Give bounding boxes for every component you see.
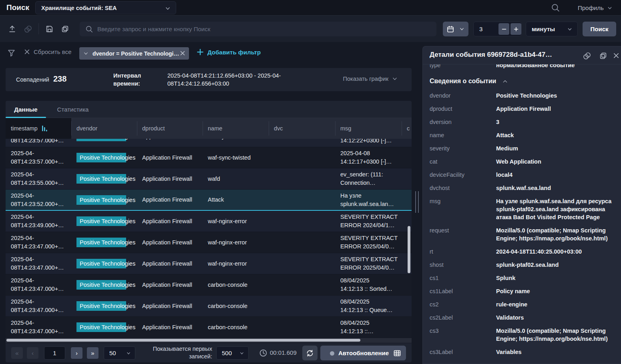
- detail-field: catWeb Application: [423, 158, 621, 166]
- chevron-down-icon: [566, 26, 573, 33]
- field-value: Mozilla/5.0 (compatible; Nmap Scripting …: [496, 226, 613, 242]
- export-icon[interactable]: [8, 25, 16, 33]
- page-title: Поиск: [6, 3, 29, 12]
- table-row[interactable]: 2025-04-08T14:23:47.000+…Positive Techno…: [6, 274, 412, 296]
- event-info-section-header[interactable]: Сведения о событии: [430, 78, 621, 85]
- vendor-badge: Positive Technologies: [76, 153, 126, 162]
- cell-msg: 2025-04-0814:12:17+0300 [-]…: [335, 147, 402, 168]
- copy-query-icon[interactable]: [61, 25, 69, 33]
- table-header: timestampdvendordproductnamedvcmsgc: [6, 118, 412, 139]
- field-value: Positive Technologies: [496, 92, 613, 100]
- search-icon: [85, 25, 93, 33]
- column-header-timestamp[interactable]: timestamp: [6, 118, 71, 139]
- event-details-panel: Детали события 6969728d-a1b4-47… type но…: [422, 46, 621, 364]
- event-storage-select[interactable]: Хранилище событий: SEA: [35, 1, 176, 14]
- refresh-button[interactable]: [302, 346, 318, 360]
- reset-all-filters[interactable]: Сбросить все: [24, 48, 71, 55]
- column-header-dproduct[interactable]: dproduct: [137, 118, 203, 139]
- panel-resize-handle[interactable]: [415, 191, 419, 213]
- cell-name: carbon-console: [203, 317, 269, 338]
- show-chart-label: Показать график: [343, 76, 388, 82]
- vendor-badge: Positive Technologies: [76, 280, 126, 290]
- page-number-input[interactable]: [44, 346, 65, 360]
- elapsed-time: 00:01.609: [270, 349, 297, 356]
- last-page-button[interactable]: »: [87, 347, 98, 359]
- add-filter-button[interactable]: Добавить фильтр: [197, 48, 261, 56]
- detail-field: rt2024-04-18T11:40:25.000+03:00: [423, 248, 621, 256]
- cell-msg: 08/04/202514:12:13 :: Sorted…: [335, 274, 402, 295]
- increment-button[interactable]: [510, 23, 521, 35]
- column-header-name[interactable]: name: [203, 118, 269, 139]
- cell-dvc: [269, 274, 335, 295]
- tab-data[interactable]: Данные: [6, 101, 46, 118]
- field-value: Medium: [496, 144, 613, 152]
- table-row[interactable]: 2025-04-08T14:23:47.000+…Positive Techno…: [6, 253, 412, 274]
- copy-details-icon[interactable]: [599, 52, 607, 60]
- interval-unit-select[interactable]: минуты: [526, 22, 578, 36]
- clock-icon: [259, 349, 267, 357]
- table-row[interactable]: 2025-04-08T14:23:55.000+…Positive Techno…: [6, 168, 412, 190]
- first-page-button[interactable]: «: [11, 347, 23, 359]
- table-row[interactable]: 2025-04-08T14:23:57.000+…Positive Techno…: [6, 139, 412, 147]
- decrement-button[interactable]: [498, 23, 509, 35]
- detail-field: cs3Mozilla/5.0 (compatible; Nmap Scripti…: [423, 327, 621, 343]
- field-key: cs2Label: [430, 314, 496, 322]
- field-value: Mozilla/5.0 (compatible; Nmap Scripting …: [496, 327, 613, 343]
- show-chart-toggle[interactable]: Показать график: [343, 76, 398, 82]
- save-query-icon[interactable]: [45, 25, 54, 33]
- profile-label: Профиль: [578, 4, 604, 11]
- table-row[interactable]: 2025-04-08T14:23:57.000+…Positive Techno…: [6, 147, 412, 168]
- table-row[interactable]: 2025-04-08T14:23:49.000+…Positive Techno…: [6, 211, 412, 232]
- interval-value-stepper: 3: [473, 22, 522, 36]
- link-events-icon[interactable]: [583, 52, 591, 60]
- global-search-icon[interactable]: [551, 3, 560, 12]
- timestamp-sort-icon[interactable]: [42, 125, 48, 132]
- page-size-value: 50: [109, 350, 116, 356]
- field-key: deviceFacility: [430, 171, 496, 179]
- table-row[interactable]: 2025-04-08T14:23:47.000+…Positive Techno…: [6, 317, 412, 338]
- column-header-msg[interactable]: msg: [335, 118, 402, 139]
- cell-name: waf-nginx-error: [203, 253, 269, 274]
- interval-value: 3: [479, 26, 482, 32]
- horizontal-scrollbar-thumb[interactable]: [6, 339, 360, 342]
- page-size-select[interactable]: 50: [104, 346, 135, 360]
- field-key: shost: [430, 261, 496, 269]
- record-limit-select[interactable]: 500: [216, 346, 249, 360]
- remove-filter-icon[interactable]: [180, 50, 185, 56]
- next-page-button[interactable]: ›: [71, 347, 82, 359]
- table-layout-icon[interactable]: [393, 349, 401, 357]
- cell-dvc: [269, 296, 335, 316]
- query-input[interactable]: [97, 26, 436, 32]
- close-icon[interactable]: [613, 52, 619, 59]
- link-events-icon[interactable]: [24, 25, 32, 34]
- cell-timestamp: 2025-04-08T14:23:57.000+…: [6, 147, 71, 168]
- column-header-c[interactable]: c: [402, 118, 412, 139]
- autorefresh-toggle[interactable]: Автообновление: [320, 346, 406, 360]
- calendar-button[interactable]: [443, 22, 468, 36]
- search-submit-button[interactable]: Поиск: [583, 22, 616, 36]
- filter-chip-dvendor[interactable]: dvendor = Positive Technologi…: [79, 47, 189, 60]
- column-header-dvc[interactable]: dvc: [269, 118, 335, 139]
- field-key: cs1Label: [430, 287, 496, 295]
- table-row[interactable]: 2025-04-08T14:23:47.000+…Positive Techno…: [6, 296, 412, 317]
- column-label: msg: [340, 125, 351, 132]
- cell-extra: [402, 147, 412, 168]
- close-icon: [24, 49, 30, 55]
- field-key: cs3: [430, 327, 496, 343]
- tab-statistics[interactable]: Статистика: [53, 101, 92, 118]
- details-fields: dvendorPositive TechnologiesdproductAppl…: [423, 92, 621, 356]
- toolbar-divider: [38, 23, 39, 34]
- field-key: name: [430, 131, 496, 139]
- cell-dproduct: Application Firewall: [137, 253, 203, 274]
- add-filter-label: Добавить фильтр: [207, 49, 261, 56]
- cell-dvc: [269, 147, 335, 168]
- table-row[interactable]: 2025-04-08T14:23:47.000+…Positive Techno…: [6, 232, 412, 253]
- cell-extra: [402, 168, 412, 189]
- field-value: local4: [496, 171, 613, 179]
- vertical-scrollbar-thumb[interactable]: [408, 226, 410, 273]
- column-header-dvendor[interactable]: dvendor: [71, 118, 137, 139]
- prev-page-button[interactable]: ‹: [27, 347, 38, 359]
- interval-range: 2025-04-08T14:21:12.656+03:00 - 2025-04-…: [167, 72, 281, 88]
- profile-menu[interactable]: Профиль: [578, 4, 613, 12]
- table-row[interactable]: 2025-04-08T14:23:52.000+…Positive Techno…: [6, 190, 412, 211]
